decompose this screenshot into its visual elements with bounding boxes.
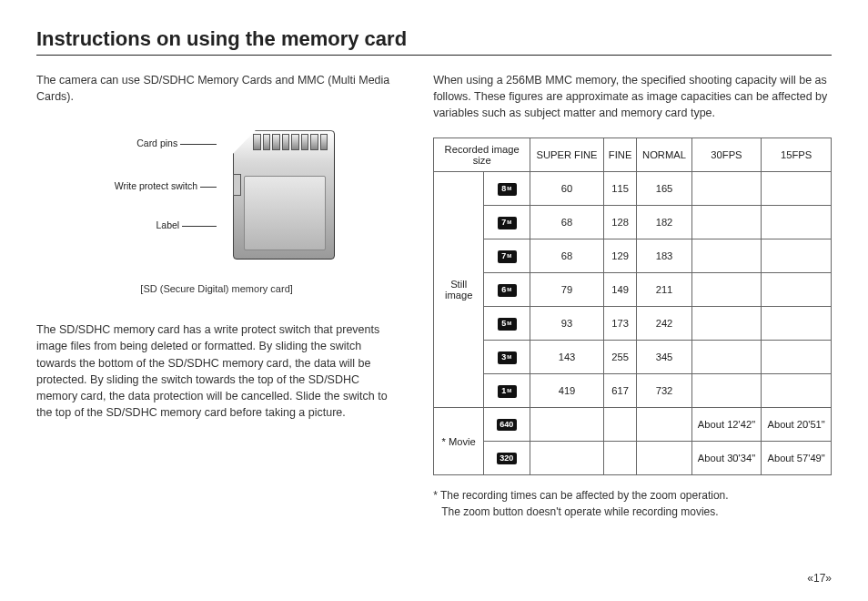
sd-card-diagram: Card pins Write protect switch Label [SD… [36,121,397,294]
callout-switch: Write protect switch [115,180,217,191]
th-fine: FINE [603,138,637,172]
sd-label-area-icon [244,176,326,250]
table-row: Still image 8 60 115 165 [434,172,832,206]
callout-switch-text: Write protect switch [115,180,197,191]
title-rule [36,55,832,56]
sd-card-pins-icon [253,134,328,150]
table-row: 5 93 173 242 [434,307,832,341]
table-row: 7 68 128 182 [434,206,832,239]
table-header-row: Recorded image size SUPER FINE FINE NORM… [434,138,832,172]
table-row: 7 68 129 183 [434,239,832,273]
group-still-image: Still image [434,172,484,408]
th-30fps: 30FPS [691,138,762,172]
table-row: 3 143 255 345 [434,341,832,374]
callout-pins: Card pins [136,138,217,148]
column-left: The camera can use SD/SDHC Memory Cards … [36,72,397,520]
table-row: 6 79 149 211 [434,273,832,307]
footnote-line-1: * The recording times can be affected by… [433,489,728,502]
page-title: Instructions on using the memory card [36,27,832,51]
size-badge-icon: 5 [498,318,517,331]
page: Instructions on using the memory card Th… [0,0,868,601]
th-super-fine: SUPER FINE [530,138,604,172]
size-badge-icon: 7 [498,250,517,263]
size-badge-icon: 640 [497,419,517,431]
intro-paragraph-left: The camera can use SD/SDHC Memory Cards … [36,72,397,105]
two-column-layout: The camera can use SD/SDHC Memory Cards … [36,72,832,520]
footnote: * The recording times can be affected by… [433,488,832,520]
th-image-size: Recorded image size [434,138,530,172]
callout-label: Label [156,219,217,230]
sd-card-illustration: Card pins Write protect switch Label [80,121,353,276]
callout-pins-text: Card pins [136,138,177,148]
th-15fps: 15FPS [762,138,832,172]
size-badge-icon: 320 [497,453,517,464]
column-right: When using a 256MB MMC memory, the speci… [433,72,832,520]
th-normal: NORMAL [637,138,691,172]
group-movie: * Movie [434,408,484,475]
size-badge-icon: 7 [498,217,517,229]
table-row: 1 419 617 732 [434,374,832,408]
callout-label-text: Label [156,219,179,230]
size-badge-icon: 1 [498,385,517,398]
capacity-table: Recorded image size SUPER FINE FINE NORM… [433,138,832,475]
size-badge-icon: 6 [498,284,517,297]
write-protect-switch-icon [233,174,241,196]
diagram-caption: [SD (Secure Digital) memory card] [140,283,293,294]
table-row: 320 About 30'34" About 57'49" [434,442,832,475]
intro-paragraph-right: When using a 256MB MMC memory, the speci… [433,72,832,121]
footnote-line-2: The zoom button doesn't operate while re… [433,504,832,520]
size-badge-icon: 8 [498,183,517,196]
table-row: * Movie 640 About 12'42" About 20'51" [434,408,832,442]
write-protect-paragraph: The SD/SDHC memory card has a write prot… [36,321,397,421]
size-badge-icon: 3 [498,351,517,364]
page-number: «17» [807,572,832,585]
